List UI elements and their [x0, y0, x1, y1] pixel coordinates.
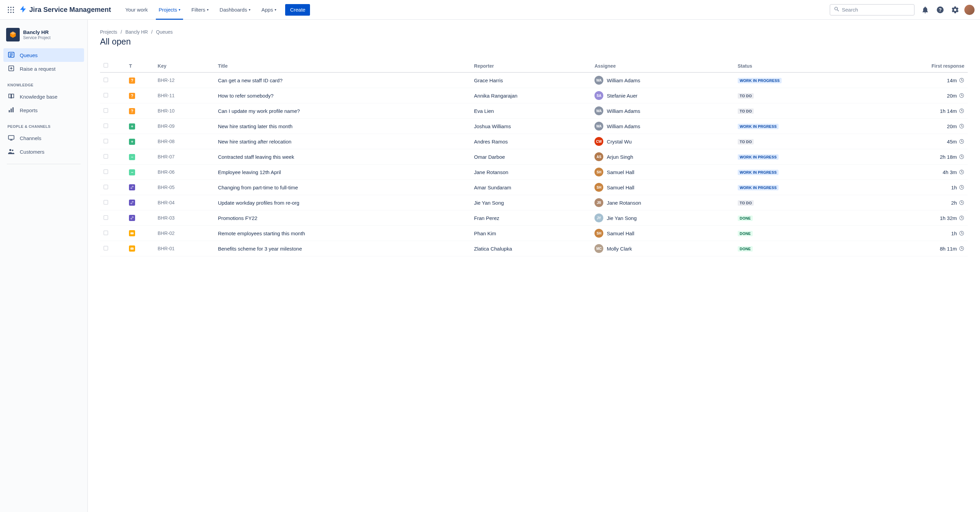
svg-point-0 [8, 6, 9, 8]
table-row[interactable]: ?BHR-10Can I update my work profile name… [100, 103, 968, 119]
first-response-value: 14m [947, 78, 957, 83]
row-checkbox[interactable] [103, 108, 108, 113]
table-row[interactable]: BHR-04Update workday profiles from re-or… [100, 195, 968, 211]
issue-title-link[interactable]: New hire starting after relocation [218, 139, 291, 144]
issue-type-minus-icon: − [129, 154, 135, 160]
row-checkbox[interactable] [103, 185, 108, 189]
breadcrumb-link[interactable]: Bancly HR [125, 29, 148, 35]
col-header-title[interactable]: Title [215, 60, 471, 73]
sidebar-item-channels[interactable]: Channels [3, 131, 84, 145]
breadcrumb-link[interactable]: Projects [100, 29, 118, 35]
first-response-value: 1h 14m [940, 108, 957, 114]
help-icon[interactable]: ? [934, 4, 946, 16]
app-switcher-icon[interactable] [5, 5, 16, 15]
sidebar-item-knowledge-base[interactable]: Knowledge base [3, 90, 84, 103]
issue-key[interactable]: BHR-03 [154, 211, 215, 226]
col-header-first-response[interactable]: First response [877, 60, 968, 73]
settings-icon[interactable] [950, 4, 961, 16]
top-nav: Jira Service Management Your workProject… [0, 0, 980, 20]
row-checkbox[interactable] [103, 93, 108, 98]
notifications-icon[interactable] [920, 4, 931, 16]
issue-key[interactable]: BHR-02 [154, 226, 215, 241]
nav-item-projects[interactable]: Projects▾ [154, 0, 185, 20]
issue-title-link[interactable]: New hire starting later this month [218, 124, 292, 129]
issue-key[interactable]: BHR-06 [154, 165, 215, 180]
row-checkbox[interactable] [103, 124, 108, 128]
issue-key[interactable]: BHR-10 [154, 103, 215, 119]
issue-key[interactable]: BHR-07 [154, 149, 215, 165]
status-badge: WORK IN PRGRESS [738, 170, 779, 175]
issue-title-link[interactable]: Promotions FY22 [218, 215, 257, 221]
sidebar-item-queues[interactable]: Queues [3, 48, 84, 62]
issue-key[interactable]: BHR-01 [154, 241, 215, 256]
svg-rect-20 [13, 107, 14, 112]
primary-nav: Your workProjects▾Filters▾Dashboards▾App… [121, 0, 281, 20]
content-area: Projects / Bancly HR / Queues All open T… [88, 20, 980, 512]
svg-point-3 [8, 9, 9, 11]
product-logo[interactable]: Jira Service Management [19, 5, 111, 14]
nav-item-filters[interactable]: Filters▾ [186, 0, 213, 20]
nav-item-dashboards[interactable]: Dashboards▾ [215, 0, 255, 20]
status-badge: DONE [738, 216, 753, 221]
assignee-name: Jane Rotanson [607, 200, 641, 206]
row-checkbox[interactable] [103, 215, 108, 220]
nav-item-your-work[interactable]: Your work [121, 0, 153, 20]
row-checkbox[interactable] [103, 139, 108, 143]
issue-key[interactable]: BHR-11 [154, 88, 215, 103]
issue-title-link[interactable]: Employee leaving 12th April [218, 169, 281, 175]
row-checkbox[interactable] [103, 169, 108, 174]
issue-title-link[interactable]: Changing from part-time to full-time [218, 185, 298, 190]
row-checkbox[interactable] [103, 154, 108, 159]
col-header-type[interactable]: T [126, 60, 154, 73]
table-row[interactable]: +BHR-09New hire starting later this mont… [100, 119, 968, 134]
breadcrumb: Projects / Bancly HR / Queues [100, 29, 968, 35]
row-checkbox[interactable] [103, 78, 108, 82]
issue-key[interactable]: BHR-12 [154, 73, 215, 88]
issue-key[interactable]: BHR-04 [154, 195, 215, 211]
issue-key[interactable]: BHR-09 [154, 119, 215, 134]
svg-point-24 [9, 149, 11, 151]
issue-title-link[interactable]: How to refer somebody? [218, 93, 273, 98]
table-row[interactable]: −BHR-07Contracted staff leaving this wee… [100, 149, 968, 165]
table-row[interactable]: +BHR-08New hire starting after relocatio… [100, 134, 968, 149]
breadcrumb-link[interactable]: Queues [156, 29, 173, 35]
nav-item-apps[interactable]: Apps▾ [256, 0, 281, 20]
col-header-key[interactable]: Key [154, 60, 215, 73]
table-row[interactable]: BHR-03Promotions FY22Fran PerezJYJie Yan… [100, 211, 968, 226]
issue-key[interactable]: BHR-08 [154, 134, 215, 149]
issue-title-link[interactable]: Can get a new staff ID card? [218, 78, 282, 83]
issue-title-link[interactable]: Update workday profiles from re-org [218, 200, 299, 206]
sidebar-item-reports[interactable]: Reports [3, 103, 84, 117]
table-row[interactable]: ?BHR-12Can get a new staff ID card?Grace… [100, 73, 968, 88]
search-input[interactable] [842, 7, 911, 13]
table-row[interactable]: ?BHR-11How to refer somebody?Annika Rang… [100, 88, 968, 103]
table-row[interactable]: −BHR-06Employee leaving 12th AprilJane R… [100, 165, 968, 180]
clock-icon [959, 215, 964, 220]
reporter-name: Omar Darboe [471, 149, 591, 165]
row-checkbox[interactable] [103, 246, 108, 250]
col-header-reporter[interactable]: Reporter [471, 60, 591, 73]
search-input-wrapper[interactable] [830, 4, 915, 16]
sidebar-item-label: Raise a request [20, 66, 56, 72]
profile-avatar[interactable] [964, 5, 975, 15]
first-response-value: 1h 32m [940, 215, 957, 221]
sidebar-item-raise-a-request[interactable]: Raise a request [3, 62, 84, 76]
issue-title-link[interactable]: Contracted staff leaving this week [218, 154, 294, 160]
issue-key[interactable]: BHR-05 [154, 180, 215, 195]
select-all-checkbox[interactable] [103, 63, 108, 68]
row-checkbox[interactable] [103, 230, 108, 235]
create-button[interactable]: Create [285, 4, 310, 16]
row-checkbox[interactable] [103, 200, 108, 204]
issue-title-link[interactable]: Benefits scheme for 3 year milestone [218, 246, 302, 252]
issue-type-mail-icon [129, 230, 135, 236]
issue-title-link[interactable]: Can I update my work profile name? [218, 108, 300, 114]
table-row[interactable]: BHR-02Remote employees starting this mon… [100, 226, 968, 241]
issue-title-link[interactable]: Remote employees starting this month [218, 230, 305, 236]
table-row[interactable]: BHR-01Benefits scheme for 3 year milesto… [100, 241, 968, 256]
project-header[interactable]: Bancly HR Service Project [3, 28, 84, 48]
col-header-status[interactable]: Status [734, 60, 878, 73]
bolt-icon [19, 5, 27, 14]
col-header-assignee[interactable]: Assignee [591, 60, 734, 73]
table-row[interactable]: BHR-05Changing from part-time to full-ti… [100, 180, 968, 195]
sidebar-item-customers[interactable]: Customers [3, 145, 84, 159]
